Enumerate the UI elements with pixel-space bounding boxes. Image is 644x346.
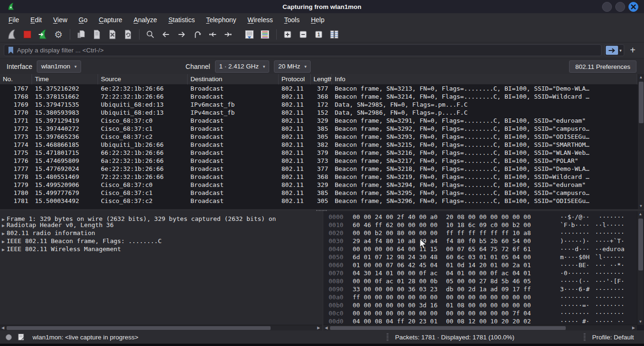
packet-row-1768[interactable]: 176815.37815166272:22:32:1b:26:66Broadca… bbox=[0, 93, 637, 101]
minimize-button[interactable] bbox=[602, 2, 612, 12]
hex-row-00a0[interactable]: 00a0ff 00 00 00 00 00 00 0000 00 00 00 0… bbox=[323, 293, 637, 301]
find-packet-icon[interactable] bbox=[144, 28, 157, 41]
bytes-scrollbar-horizontal[interactable]: ◀ ▶ bbox=[323, 325, 637, 330]
start-capture-icon[interactable] bbox=[6, 28, 18, 41]
hex-row-0050[interactable]: 00506d 01 07 12 98 24 30 4860 6c 03 01 0… bbox=[323, 253, 637, 261]
menu-tools[interactable]: Tools bbox=[279, 13, 305, 27]
open-capture-file-icon[interactable] bbox=[75, 28, 87, 41]
detail-row[interactable]: ▶Radiotap Header v0, Length 36 bbox=[0, 221, 322, 229]
hex-row-00d0[interactable]: 00d004 00 08 04 ff 20 23 0100 08 12 00 1… bbox=[323, 317, 637, 325]
details-scrollbar-horizontal[interactable]: ◀ ▶ bbox=[0, 325, 322, 330]
packet-list-scrollbar[interactable]: ▲ ▼ bbox=[637, 74, 644, 209]
menu-wireless[interactable]: Wireless bbox=[242, 13, 279, 27]
menu-capture[interactable]: Capture bbox=[93, 13, 128, 27]
menu-view[interactable]: View bbox=[48, 13, 73, 27]
hex-row-0070[interactable]: 007004 30 14 01 00 00 0f ac04 01 00 00 0… bbox=[323, 269, 637, 277]
hex-row-00c0[interactable]: 00c000 00 00 00 00 00 00 0000 00 00 00 0… bbox=[323, 309, 637, 317]
maximize-button[interactable] bbox=[615, 2, 625, 12]
menu-telephony[interactable]: Telephony bbox=[200, 13, 242, 27]
column-header-length[interactable]: Length bbox=[311, 74, 332, 84]
close-button[interactable] bbox=[628, 2, 638, 12]
packet-row-1770[interactable]: 177015.380593983Ubiquiti_68:ed:13IPv4mca… bbox=[0, 109, 637, 117]
interface-dropdown[interactable]: wlan1mon▾ bbox=[37, 60, 81, 73]
channel-dropdown[interactable]: 1 · 2.412 GHz▾ bbox=[215, 60, 270, 73]
packet-statistics-text: Packets: 1781 · Displayed: 1781 (100.0%) bbox=[395, 334, 514, 341]
go-back-icon[interactable] bbox=[160, 28, 172, 41]
add-filter-button[interactable]: + bbox=[627, 44, 638, 56]
hex-row-0000[interactable]: 000000 00 24 00 2f 40 00 a020 08 00 00 0… bbox=[323, 213, 637, 221]
detail-row[interactable]: ▶802.11 radio information bbox=[0, 229, 322, 237]
packet-row-1771[interactable]: 177115.397129419Cisco_68:37:c0Broadcast8… bbox=[0, 117, 637, 125]
hex-row-00b0[interactable]: 00b000 00 00 00 00 00 3d 1601 08 00 00 0… bbox=[323, 301, 637, 309]
zoom-in-icon[interactable] bbox=[281, 28, 294, 41]
column-header-protocol[interactable]: Protocol bbox=[279, 74, 311, 84]
capture-options-icon[interactable]: ⚙ bbox=[52, 28, 65, 41]
zoom-normal-icon[interactable]: 1 bbox=[313, 28, 325, 41]
zoom-out-icon[interactable] bbox=[297, 28, 309, 41]
hex-row-0060[interactable]: 006001 00 00 07 06 42 45 0401 0d 14 20 0… bbox=[323, 261, 637, 269]
menu-file[interactable]: File bbox=[3, 13, 25, 27]
apply-filter-button[interactable]: ▾ bbox=[604, 44, 624, 56]
packet-row-1774[interactable]: 177415.468866185Ubiquiti_1b:26:66Broadca… bbox=[0, 141, 637, 149]
column-header-source[interactable]: Source bbox=[98, 74, 188, 84]
cell-no: 1773 bbox=[0, 133, 32, 141]
window-bottom-edge bbox=[0, 344, 644, 346]
display-filter-input[interactable]: Apply a display filter ... <Ctrl-/> bbox=[4, 44, 602, 56]
packet-row-1777[interactable]: 177715.4776920246e:22:32:1b:26:66Broadca… bbox=[0, 165, 637, 173]
menu-analyze[interactable]: Analyze bbox=[128, 13, 163, 27]
column-header-time[interactable]: Time bbox=[32, 74, 98, 84]
hex-hex2: 01 0d 14 20 01 00 2a 01 bbox=[446, 261, 531, 269]
save-capture-file-icon[interactable] bbox=[91, 28, 103, 41]
packet-row-1773[interactable]: 177315.397665236Cisco_68:37:c2Broadcast8… bbox=[0, 133, 637, 141]
cell-destination: Broadcast bbox=[188, 133, 279, 141]
colorize-packets-icon[interactable] bbox=[259, 28, 271, 41]
go-to-packet-icon[interactable] bbox=[191, 28, 203, 41]
auto-scroll-icon[interactable] bbox=[243, 28, 256, 41]
go-last-packet-icon[interactable] bbox=[222, 28, 234, 41]
packet-row-1767[interactable]: 176715.3752162026e:22:32:1b:26:66Broadca… bbox=[0, 84, 637, 93]
menu-statistics[interactable]: Statistics bbox=[163, 13, 200, 27]
expand-arrow-icon[interactable]: ▶ bbox=[0, 229, 7, 237]
filter-bookmark-icon[interactable] bbox=[8, 46, 14, 54]
resize-columns-icon[interactable] bbox=[328, 28, 340, 41]
hex-row-0030[interactable]: 003029 a4 f4 80 10 a8 29 a4f4 80 f0 b5 2… bbox=[323, 237, 637, 245]
packet-row-1778[interactable]: 177815.48055146972:22:32:1b:26:66Broadca… bbox=[0, 173, 637, 181]
menu-go[interactable]: Go bbox=[73, 13, 93, 27]
detail-row[interactable]: ▶IEEE 802.11 Wireless Management bbox=[0, 245, 322, 253]
restart-capture-icon[interactable] bbox=[37, 28, 49, 41]
packet-row-1775[interactable]: 177515.47180171566:22:32:1b:26:66Broadca… bbox=[0, 149, 637, 157]
go-forward-icon[interactable] bbox=[175, 28, 188, 41]
hex-row-0010[interactable]: 001060 46 ff 62 00 00 00 0010 18 6c 09 c… bbox=[323, 221, 637, 229]
expert-info-icon[interactable] bbox=[6, 334, 12, 340]
hex-row-0020[interactable]: 002000 00 b2 00 80 00 00 00ff ff ff ff f… bbox=[323, 229, 637, 237]
column-header-no[interactable]: No. bbox=[0, 74, 32, 84]
reload-capture-file-icon[interactable] bbox=[122, 28, 134, 41]
close-capture-file-icon[interactable] bbox=[106, 28, 118, 41]
apply-dropdown-caret-icon[interactable]: ▾ bbox=[619, 48, 622, 53]
packet-row-1772[interactable]: 177215.397440272Cisco_68:37:c1Broadcast8… bbox=[0, 125, 637, 133]
menu-edit[interactable]: Edit bbox=[25, 13, 48, 27]
expand-arrow-icon[interactable]: ▶ bbox=[0, 237, 7, 245]
packet-row-1769[interactable]: 176915.379471535Ubiquiti_68:ed:13IPv6mca… bbox=[0, 101, 637, 109]
column-header-destination[interactable]: Destination bbox=[188, 74, 279, 84]
capture-comment-icon[interactable] bbox=[17, 333, 25, 341]
hex-row-0080[interactable]: 008000 00 0f ac 01 28 00 0b05 00 00 27 8… bbox=[323, 277, 637, 285]
bandwidth-dropdown[interactable]: 20 MHz▾ bbox=[274, 60, 311, 73]
expand-arrow-icon[interactable]: ▶ bbox=[0, 221, 7, 229]
hex-hex1: 04 00 08 04 ff 20 23 01 bbox=[353, 317, 438, 325]
bytes-scrollbar-vertical[interactable]: ▲ ▼ bbox=[637, 211, 644, 325]
packet-row-1779[interactable]: 177915.499520906Cisco_68:37:c0Broadcast8… bbox=[0, 181, 637, 189]
detail-row[interactable]: ▶IEEE 802.11 Beacon frame, Flags: ......… bbox=[0, 237, 322, 245]
stop-capture-icon[interactable] bbox=[21, 28, 33, 41]
packet-row-1781[interactable]: 178115.500034492Cisco_68:37:c2Broadcast8… bbox=[0, 197, 637, 205]
go-first-packet-icon[interactable] bbox=[206, 28, 219, 41]
expand-arrow-icon[interactable]: ▶ bbox=[0, 245, 7, 253]
hex-row-0090[interactable]: 009033 00 00 00 00 36 03 23db 00 2d 1a a… bbox=[323, 285, 637, 293]
menu-help[interactable]: Help bbox=[305, 13, 330, 27]
packet-row-1780[interactable]: 178015.499777679Cisco_68:37:c1Broadcast8… bbox=[0, 189, 637, 197]
profile-text[interactable]: Profile: Default bbox=[592, 334, 634, 341]
column-header-info[interactable]: Info bbox=[332, 74, 637, 84]
packet-row-1776[interactable]: 177615.4746958096a:22:32:1b:26:66Broadca… bbox=[0, 157, 637, 165]
hex-row-0040[interactable]: 004000 00 00 00 64 00 11 1500 07 65 64 7… bbox=[323, 245, 637, 253]
80211-preferences-button[interactable]: 802.11 Preferences bbox=[569, 60, 636, 73]
